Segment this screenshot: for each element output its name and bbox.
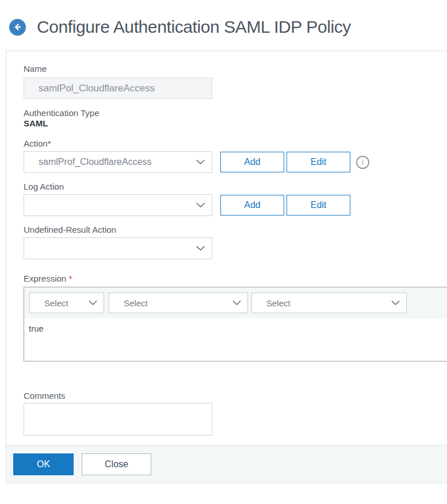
comments-textarea[interactable]	[24, 403, 212, 436]
info-icon[interactable]: i	[356, 156, 369, 169]
ok-button[interactable]: OK	[13, 453, 74, 475]
action-select-value: samlProf_CloudflareAccess	[39, 157, 152, 167]
auth-type-group: Authentication Type SAML	[24, 108, 447, 128]
expression-textarea[interactable]: true	[24, 318, 447, 361]
name-input[interactable]	[24, 78, 212, 99]
comments-label: Comments	[24, 391, 447, 401]
form-footer: OK Close	[6, 445, 447, 483]
log-action-field-group: Log Action Add Edit	[24, 182, 447, 216]
expression-builder-toolbar: Select Select Select	[24, 287, 447, 318]
action-edit-button[interactable]: Edit	[286, 152, 350, 172]
chevron-down-icon	[196, 202, 205, 208]
action-add-button[interactable]: Add	[220, 152, 284, 172]
expression-label: Expression *	[24, 274, 447, 283]
expression-select-1[interactable]: Select	[29, 293, 104, 313]
expression-builder: Select Select Select	[24, 287, 447, 361]
action-select[interactable]: samlProf_CloudflareAccess	[24, 151, 212, 173]
expression-select-3-value: Select	[266, 298, 291, 308]
back-button[interactable]	[9, 19, 26, 36]
arrow-left-icon	[13, 23, 22, 31]
action-label: Action*	[24, 138, 447, 148]
page-title: Configure Authentication SAML IDP Policy	[37, 17, 351, 37]
log-action-select[interactable]	[24, 194, 212, 216]
config-form-panel: Name Authentication Type SAML Action* sa…	[6, 51, 447, 483]
name-field-group: Name	[24, 64, 447, 99]
close-button[interactable]: Close	[82, 453, 151, 475]
undefined-action-select[interactable]	[24, 237, 212, 259]
expression-select-2[interactable]: Select	[109, 293, 248, 313]
chevron-down-icon	[196, 245, 205, 251]
expression-select-2-value: Select	[124, 298, 148, 308]
action-field-group: Action* samlProf_CloudflareAccess Add Ed…	[24, 138, 447, 173]
comments-field-group: Comments	[24, 391, 447, 438]
log-action-add-button[interactable]: Add	[220, 195, 284, 216]
expression-select-1-value: Select	[44, 298, 68, 308]
log-action-edit-button[interactable]: Edit	[286, 195, 350, 216]
auth-type-value: SAML	[24, 118, 447, 128]
chevron-down-icon	[196, 159, 205, 165]
chevron-down-icon	[89, 301, 97, 306]
auth-type-label: Authentication Type	[24, 108, 447, 118]
page-header: Configure Authentication SAML IDP Policy	[9, 17, 351, 37]
expression-select-3[interactable]: Select	[251, 293, 407, 313]
expression-field-group: Expression * Select Select	[24, 274, 447, 361]
name-label: Name	[24, 64, 447, 74]
required-asterisk: *	[68, 274, 72, 283]
log-action-label: Log Action	[24, 182, 447, 191]
undefined-action-label: Undefined-Result Action	[24, 225, 447, 234]
chevron-down-icon	[232, 301, 241, 306]
chevron-down-icon	[391, 301, 400, 306]
undefined-action-field-group: Undefined-Result Action	[24, 225, 447, 259]
